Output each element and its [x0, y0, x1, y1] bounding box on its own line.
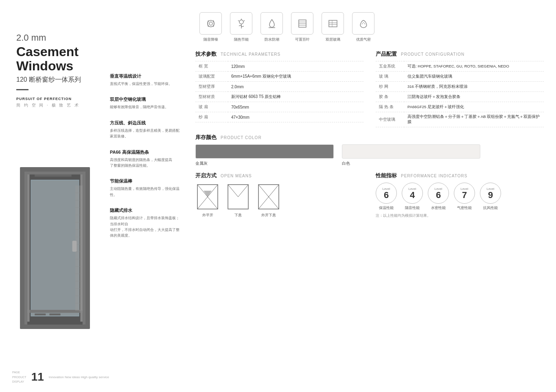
product-config-cn: 产品配置	[376, 50, 397, 58]
config-label: 纱 网	[376, 82, 404, 92]
tech-params-header: 技术参数 TECHNICAL PARAMETERS	[195, 50, 363, 58]
svg-line-57	[258, 197, 269, 209]
open-icon-bottom: 下悬	[226, 183, 250, 218]
specs-row: 技术参数 TECHNICAL PARAMETERS 框 宽120mm玻璃配置6m…	[195, 50, 544, 127]
spec-value: 47×30mm	[228, 112, 363, 122]
open-icon-outward: 外平开	[195, 183, 220, 218]
perf-label: 气密性能	[457, 205, 472, 211]
product-title: Casement Windows	[16, 45, 94, 73]
colors-section: 库存颜色 PRODUCT COLOR 金属灰 白色	[195, 134, 544, 166]
bottom-row: 开启方式 OPEN MEANS 外平开	[195, 172, 544, 221]
feature-item-4: PA66 高保温隔热条 高强度和高韧度的隔热条，大幅度提高 了整窗的隔热保温性能…	[110, 149, 181, 169]
open-icon-tilt: 外开下悬	[256, 183, 281, 218]
svg-rect-7	[83, 172, 85, 324]
table-row: 五金系统可选: HOPPE, STAFOREC, GU, ROTO, SIEGE…	[376, 61, 544, 72]
perf-circle: Level 4	[402, 183, 423, 204]
svg-point-31	[208, 20, 214, 27]
color-sample: 金属灰	[195, 144, 334, 166]
feature-desc-1: 直线式平衡，保温性更强，节能环保。	[110, 81, 181, 87]
icon-box-water	[260, 12, 283, 35]
icon-item-airtight: 优质气密	[352, 12, 374, 42]
page-footer: PAGE PRODUCT DISPLAY 11 Innovation New i…	[12, 370, 109, 384]
window-illustration	[16, 150, 94, 346]
icon-item-water: 防水防潮	[260, 12, 283, 42]
feature-title-6: 隐藏式排水	[110, 207, 181, 213]
spec-label: 型材材质	[195, 92, 228, 102]
config-value: 信义集团汽车级钢化玻璃	[404, 72, 544, 82]
icon-box-sound	[199, 12, 222, 35]
spec-value: 120mm	[228, 61, 363, 72]
feature-item-6: 隐藏式排水 隐藏式排水结构设计，且带排水装饰盖板；当排水时自 动打开，不排水时自…	[110, 207, 181, 239]
feature-title-1: 垂直等温线设计	[110, 73, 181, 79]
spec-label: 型材壁厚	[195, 82, 228, 92]
pursuit-sub: 简 约 空 间 · 极 致 艺 术	[16, 102, 94, 108]
feature-desc-4: 高强度和高韧度的隔热条，大幅度提高 了整窗的隔热保温性能。	[110, 157, 181, 169]
feature-title-5: 节能保温棒	[110, 178, 181, 184]
table-row: 玻 璃信义集团汽车级钢化玻璃	[376, 72, 544, 82]
table-row: 型材壁厚2.0mm	[195, 82, 363, 92]
colors-header: 库存颜色 PRODUCT COLOR	[195, 134, 544, 141]
config-label: 胶 条	[376, 92, 404, 102]
tilt-turn-icon	[256, 183, 281, 211]
svg-rect-8	[27, 174, 29, 322]
feature-title-4: PA66 高保温隔热条	[110, 149, 181, 155]
icon-box-blind	[291, 12, 313, 35]
config-label: 隔 热 条	[376, 102, 404, 112]
page-number: 11	[31, 370, 44, 383]
tech-params-table: 框 宽120mm玻璃配置6mm+15A+6mm 双钢化中空玻璃型材壁厚2.0mm…	[195, 61, 363, 122]
table-row: 中空玻璃高强度中空防潮铝条＋分子筛＋丁基胶＋AB 双组份胶＋充氩气＋双面保护膜	[376, 112, 544, 127]
spec-label: 框 宽	[195, 61, 228, 72]
perf-label: 保温性能	[379, 205, 394, 211]
table-row: 玻 扇70x65mm	[195, 102, 363, 112]
product-subtitle: 120 断桥窗纱一体系列	[16, 76, 94, 84]
perf-header: 性能指标 PERFORMANCE INDICATORS	[376, 172, 544, 179]
config-label: 五金系统	[376, 61, 404, 72]
perf-label: 隔音性能	[405, 205, 420, 211]
color-swatch	[195, 144, 334, 159]
colors-cn: 库存颜色	[195, 134, 217, 141]
svg-rect-28	[35, 314, 46, 316]
tech-params-cn: 技术参数	[195, 50, 217, 58]
feature-desc-5: 主动阻隔热量，有效隔绝热传导，强化保温性。	[110, 186, 181, 198]
perf-item: Level 9 抗风性能	[480, 183, 501, 211]
product-config-header: 产品配置 PRODUCT CONFIGURATION	[376, 50, 544, 58]
open-en: OPEN MEANS	[221, 174, 252, 178]
table-row: 纱 扇47×30mm	[195, 112, 363, 122]
product-config-col: 产品配置 PRODUCT CONFIGURATION 五金系统可选: HOPPE…	[372, 50, 544, 127]
left-panel: 2.0 mm Casement Windows 120 断桥窗纱一体系列 PUR…	[0, 0, 106, 392]
perf-circle: Level 6	[428, 183, 449, 204]
page-labels: PAGE PRODUCT DISPLAY	[12, 370, 26, 384]
svg-point-32	[209, 22, 212, 25]
config-label: 玻 璃	[376, 72, 404, 82]
spec-value: 70x65mm	[228, 102, 363, 112]
feature-item-2: 双层中空钢化玻璃 能够有效降低噪音，隔绝声音传递。	[110, 96, 181, 110]
product-size: 2.0 mm	[16, 33, 94, 43]
table-row: 型材材质新河铝材 6063 T5 原生铝棒	[195, 92, 363, 102]
icon-item-sound: 隔音降噪	[199, 12, 222, 42]
config-value: 江阴海达玻纤＋发泡复合胶条	[404, 92, 544, 102]
open-section: 开启方式 OPEN MEANS 外平开	[195, 172, 372, 221]
svg-line-36	[238, 20, 239, 21]
feature-desc-2: 能够有效降低噪音，隔绝声音传递。	[110, 104, 181, 110]
outward-open-icon	[195, 183, 220, 211]
svg-rect-6	[24, 172, 27, 324]
spec-value: 2.0mm	[228, 82, 363, 92]
tech-params-col: 技术参数 TECHNICAL PARAMETERS 框 宽120mm玻璃配置6m…	[195, 50, 372, 127]
svg-rect-30	[35, 174, 71, 176]
config-value: 316 不锈钢材质，阿克苏粉末喷涂	[404, 82, 544, 92]
svg-marker-50	[204, 191, 212, 197]
perf-item: Level 6 保温性能	[376, 183, 397, 211]
svg-rect-4	[24, 172, 85, 174]
svg-rect-27	[72, 241, 77, 252]
heat-icon	[235, 17, 248, 30]
blind-icon	[296, 17, 309, 30]
color-sample: 白色	[342, 144, 480, 166]
spec-label: 玻 扇	[195, 102, 228, 112]
water-icon	[265, 17, 278, 30]
bottom-hung-icon	[226, 183, 250, 211]
perf-circle: Level 7	[454, 183, 475, 204]
feature-title-2: 双层中空钢化玻璃	[110, 96, 181, 102]
spec-label: 玻璃配置	[195, 72, 228, 82]
table-row: 纱 网316 不锈钢材质，阿克苏粉末喷涂	[376, 82, 544, 92]
svg-rect-43	[329, 20, 337, 27]
